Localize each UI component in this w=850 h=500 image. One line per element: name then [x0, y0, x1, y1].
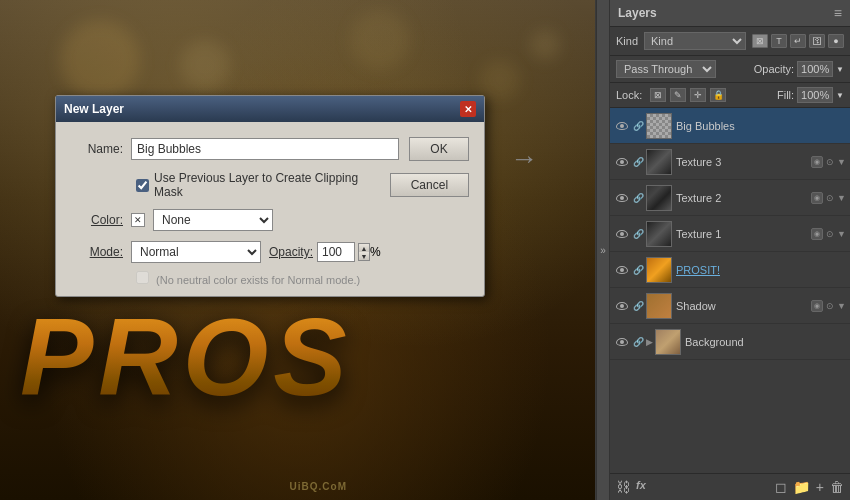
- create-group-icon[interactable]: 📁: [793, 479, 810, 495]
- opacity-panel-input[interactable]: [797, 61, 833, 77]
- lock-position-icon[interactable]: ✛: [690, 88, 706, 102]
- blend-opacity-row: Pass Through Normal Multiply Screen Opac…: [610, 56, 850, 83]
- link-layers-icon[interactable]: ⛓: [616, 479, 630, 495]
- layer-visibility-toggle[interactable]: [614, 226, 630, 242]
- filter-smart-icon[interactable]: ⚿: [809, 34, 825, 48]
- neutral-checkbox: [136, 271, 149, 284]
- new-layer-dialog: New Layer ✕ Name: OK Use Previous Layer …: [55, 95, 485, 297]
- kind-label: Kind: [616, 35, 638, 47]
- add-fx-icon[interactable]: fx: [636, 479, 646, 495]
- create-layer-icon[interactable]: +: [816, 479, 824, 495]
- name-row: Name: OK: [71, 137, 469, 161]
- layer-item[interactable]: 🔗 Texture 2 ◉ ⊙ ▼: [610, 180, 850, 216]
- opacity-up-button[interactable]: ▲: [359, 244, 369, 252]
- cancel-button[interactable]: Cancel: [390, 173, 469, 197]
- layer-name-label: PROSIT!: [676, 264, 844, 276]
- layer-effects-icon[interactable]: ⊙: [826, 301, 834, 311]
- dialog-titlebar: New Layer ✕: [56, 96, 484, 122]
- dialog-title: New Layer: [64, 102, 124, 116]
- delete-layer-icon[interactable]: 🗑: [830, 479, 844, 495]
- color-x-icon: ✕: [131, 213, 145, 227]
- filter-pixel-icon[interactable]: ⊠: [752, 34, 768, 48]
- arrow-indicator: →: [510, 143, 538, 175]
- layer-visibility-toggle[interactable]: [614, 154, 630, 170]
- layer-link-icon: 🔗: [632, 190, 644, 206]
- eye-icon: [616, 302, 628, 310]
- layer-name-label: Texture 1: [676, 228, 809, 240]
- fill-chevron[interactable]: ▼: [836, 91, 844, 100]
- layers-panel: Layers ≡ Kind Kind Name Effect Mode ⊠ T …: [610, 0, 850, 500]
- opacity-unit: %: [370, 245, 381, 259]
- layer-thumbnail: [646, 149, 672, 175]
- opacity-input[interactable]: [317, 242, 355, 262]
- eye-icon: [616, 266, 628, 274]
- panel-header: Layers ≡: [610, 0, 850, 27]
- layer-item[interactable]: 🔗 Big Bubbles: [610, 108, 850, 144]
- layer-effects-icon[interactable]: ⊙: [826, 193, 834, 203]
- layer-item[interactable]: 🔗 Texture 3 ◉ ⊙ ▼: [610, 144, 850, 180]
- lock-transparency-icon[interactable]: ⊠: [650, 88, 666, 102]
- layer-link-icon: 🔗: [632, 118, 644, 134]
- layer-visibility-toggle[interactable]: [614, 262, 630, 278]
- add-mask-icon[interactable]: ◻: [775, 479, 787, 495]
- opacity-label: Opacity:: [269, 245, 313, 259]
- layer-item[interactable]: 🔗 PROSIT!: [610, 252, 850, 288]
- layer-visibility-toggle[interactable]: [614, 298, 630, 314]
- smart-object-icon: ◉: [811, 228, 823, 240]
- lock-all-icon[interactable]: 🔒: [710, 88, 726, 102]
- layer-item[interactable]: 🔗 Shadow ◉ ⊙ ▼: [610, 288, 850, 324]
- opacity-down-button[interactable]: ▼: [359, 252, 369, 260]
- panel-footer: ⛓ fx ◻ 📁 + 🗑: [610, 473, 850, 500]
- color-label: Color:: [71, 213, 131, 227]
- layer-extra-icons: ◉ ⊙ ▼: [811, 156, 846, 168]
- layer-visibility-toggle[interactable]: [614, 334, 630, 350]
- bokeh-3: [350, 10, 410, 70]
- layer-folder-arrow[interactable]: ▶: [646, 337, 653, 347]
- layer-arrow-icon: ▼: [837, 229, 846, 239]
- clipping-mask-checkbox[interactable]: [136, 179, 149, 192]
- layer-visibility-toggle[interactable]: [614, 118, 630, 134]
- layer-item[interactable]: 🔗 ▶ Background: [610, 324, 850, 360]
- layer-name-input[interactable]: [131, 138, 399, 160]
- panel-menu-icon[interactable]: ≡: [834, 5, 842, 21]
- layer-effects-icon[interactable]: ⊙: [826, 157, 834, 167]
- kind-select[interactable]: Kind Name Effect Mode: [644, 32, 746, 50]
- clipping-mask-row: Use Previous Layer to Create Clipping Ma…: [136, 171, 469, 199]
- color-select[interactable]: None Red Orange Yellow Green Blue Violet…: [153, 209, 273, 231]
- kind-filter-row: Kind Kind Name Effect Mode ⊠ T ↵ ⚿ ●: [610, 27, 850, 56]
- smart-object-icon: ◉: [811, 192, 823, 204]
- panel-collapse-button[interactable]: »: [596, 0, 610, 500]
- mode-select[interactable]: Normal Dissolve Multiply Screen Overlay: [131, 241, 261, 263]
- dialog-close-button[interactable]: ✕: [460, 101, 476, 117]
- neutral-hint-row: (No neutral color exists for Normal mode…: [136, 271, 469, 286]
- bokeh-5: [530, 30, 560, 60]
- opacity-chevron[interactable]: ▼: [836, 65, 844, 74]
- layer-extra-icons: ◉ ⊙ ▼: [811, 300, 846, 312]
- filter-type-icon[interactable]: T: [771, 34, 787, 48]
- fill-input[interactable]: [797, 87, 833, 103]
- layer-name-label: Shadow: [676, 300, 809, 312]
- opacity-panel-label: Opacity:: [754, 63, 794, 75]
- filter-shape-icon[interactable]: ↵: [790, 34, 806, 48]
- watermark: UiBQ.CoM: [290, 481, 347, 492]
- layer-visibility-toggle[interactable]: [614, 190, 630, 206]
- footer-left: ⛓ fx: [616, 479, 646, 495]
- layer-thumbnail: [646, 293, 672, 319]
- clipping-mask-label: Use Previous Layer to Create Clipping Ma…: [154, 171, 390, 199]
- dialog-body: Name: OK Use Previous Layer to Create Cl…: [56, 122, 484, 296]
- lock-brush-icon[interactable]: ✎: [670, 88, 686, 102]
- layer-extra-icons: ◉ ⊙ ▼: [811, 228, 846, 240]
- opacity-spinner[interactable]: ▲ ▼: [358, 243, 370, 261]
- layer-effects-icon[interactable]: ⊙: [826, 229, 834, 239]
- layer-item[interactable]: 🔗 Texture 1 ◉ ⊙ ▼: [610, 216, 850, 252]
- neutral-hint-text: (No neutral color exists for Normal mode…: [156, 274, 360, 286]
- prosit-text: PROS: [20, 293, 352, 420]
- color-row: Color: ✕ None Red Orange Yellow Green Bl…: [71, 209, 469, 231]
- blend-mode-select[interactable]: Pass Through Normal Multiply Screen: [616, 60, 716, 78]
- bokeh-1: [60, 20, 140, 100]
- filter-dot-icon[interactable]: ●: [828, 34, 844, 48]
- bokeh-2: [180, 40, 230, 90]
- collapse-icon: »: [600, 245, 606, 256]
- ok-button[interactable]: OK: [409, 137, 469, 161]
- eye-icon: [616, 230, 628, 238]
